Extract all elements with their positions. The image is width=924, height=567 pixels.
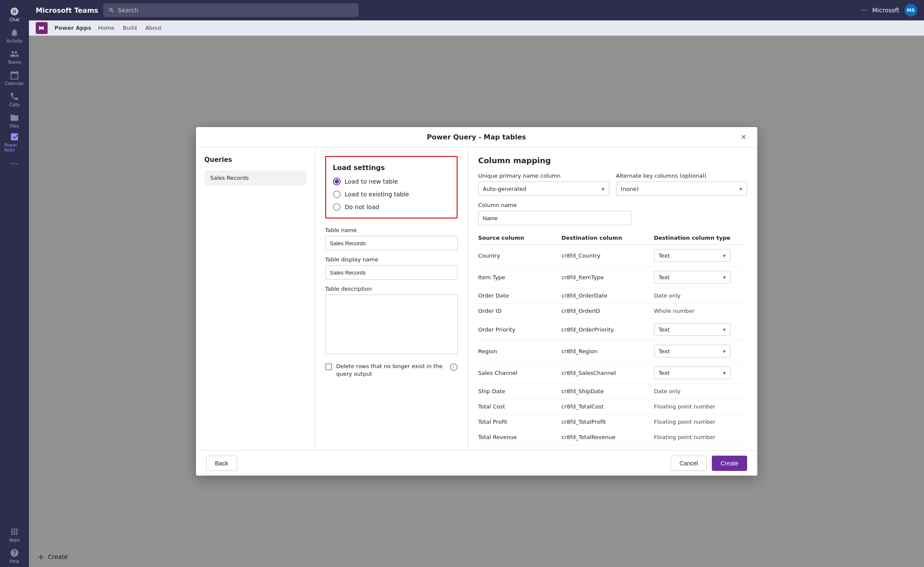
powerapps-nav: Home Build About [98,25,162,31]
back-button[interactable]: Back [206,456,237,471]
source-col-cell: Order ID [478,303,562,319]
radio-do-not-load[interactable]: Do not load [333,203,450,211]
type-select-dropdown[interactable]: Text▾ [654,366,731,379]
column-mapping-title: Column mapping [478,156,747,165]
alternate-key-label: Alternate key columns (optional) [616,173,747,179]
chevron-down-icon: ▾ [602,186,605,192]
table-row: Unit Costcr8fd_UnitCostFloating point nu… [478,445,747,451]
table-row: Countrycr8fd_CountryText▾ [478,245,747,266]
source-col-cell: Total Cost [478,399,562,414]
dest-col-cell: cr8fd_ShipDate [561,384,654,399]
radio-new-table[interactable]: Load to new table [333,178,450,185]
source-col-cell: Total Profit [478,414,562,430]
dest-type-cell: Floating point number [654,414,747,430]
column-name-group: Column name [478,202,747,225]
activity-label: Activity [6,39,22,43]
table-row: Total Costcr8fd_TotalCostFloating point … [478,399,747,414]
dest-type-cell: Floating point number [654,430,747,445]
type-select-dropdown[interactable]: Text▾ [654,323,731,336]
table-name-group: Table name [325,227,458,250]
table-row: Regioncr8fd_RegionText▾ [478,340,747,362]
unique-primary-label: Unique primary name column [478,173,609,179]
search-bar[interactable]: Search [103,3,358,17]
calendar-label: Calendar [5,81,24,86]
sidebar-dots[interactable]: ··· [4,153,25,173]
source-col-cell: Unit Cost [478,445,562,451]
teams-label: Teams [8,60,21,65]
dest-type-cell[interactable]: Text▾ [654,362,747,384]
alternate-key-select[interactable]: (none) ▾ [616,181,747,196]
radio-new-table-label: Load to new table [345,178,398,185]
nav-about[interactable]: About [145,25,162,31]
table-row: Order Prioritycr8fd_OrderPriorityText▾ [478,319,747,340]
dest-col-cell: cr8fd_UnitCost [561,445,654,451]
search-placeholder: Search [118,7,138,14]
delete-rows-checkbox[interactable] [325,363,332,370]
modal: Power Query - Map tables ✕ Queries Sales… [196,127,757,476]
source-col-cell: Order Priority [478,319,562,340]
type-select-dropdown[interactable]: Text▾ [654,271,731,284]
powerapps-strip: Power Apps Home Build About [29,20,924,36]
table-name-input[interactable] [325,236,458,250]
sidebar-item-apps[interactable]: Apps [4,524,25,545]
column-name-input[interactable] [478,211,631,225]
powerapps-logo [36,22,48,34]
source-col-cell: Country [478,245,562,266]
table-row: Order IDcr8fd_OrderIDWhole number [478,303,747,319]
column-mapping-table: Source column Destination column Destina… [478,231,747,450]
teams-topbar: Microsoft Teams Search ··· Microsoft MS [29,0,924,20]
chevron-down-icon-alt: ▾ [739,186,742,192]
close-button[interactable]: ✕ [737,130,751,144]
more-options-icon[interactable]: ··· [861,6,867,14]
files-label: Files [10,124,19,128]
dest-col-cell: cr8fd_TotalRevenue [561,430,654,445]
nav-build[interactable]: Build [123,25,137,31]
query-item[interactable]: Sales Records [205,170,306,185]
info-icon[interactable]: i [450,363,458,371]
dest-col-cell: cr8fd_OrderDate [561,288,654,303]
type-select-dropdown[interactable]: Text▾ [654,345,731,357]
radio-do-not-load-label: Do not load [345,204,379,210]
dest-col-cell: cr8fd_TotalProfit [561,414,654,430]
sidebar-item-powerapps[interactable]: Power Apps [4,132,25,152]
sidebar-item-help[interactable]: Help [4,546,25,566]
modal-header: Power Query - Map tables ✕ [196,127,757,147]
apps-label: Apps [9,538,20,542]
footer-right: Cancel Create [671,456,747,471]
sidebar-item-teams[interactable]: Teams [4,47,25,67]
powerapps-app-name: Power Apps [54,25,91,31]
sidebar-item-calendar[interactable]: Calendar [4,68,25,88]
sidebar-item-chat[interactable]: Chat [4,4,25,25]
dest-type-cell: Whole number [654,303,747,319]
primary-key-row: Unique primary name column Auto-generate… [478,173,747,196]
source-col-header: Source column [478,231,562,245]
dest-type-cell[interactable]: Text▾ [654,319,747,340]
dest-type-cell: Date only [654,288,747,303]
user-area: ··· Microsoft MS [861,4,917,17]
radio-existing-table-indicator [333,190,341,198]
cancel-button[interactable]: Cancel [671,456,707,471]
source-col-cell: Item Type [478,266,562,288]
create-button[interactable]: Create [712,456,747,471]
nav-home[interactable]: Home [98,25,114,31]
table-description-input[interactable] [325,295,458,354]
sidebar-item-files[interactable]: Files [4,111,25,131]
table-row: Ship Datecr8fd_ShipDateDate only [478,384,747,399]
sidebar-item-activity[interactable]: Activity [4,26,25,46]
column-mapping-panel: Column mapping Unique primary name colum… [468,147,757,450]
type-select-dropdown[interactable]: Text▾ [654,249,731,262]
unique-primary-select[interactable]: Auto-generated ▾ [478,181,609,196]
dest-type-cell[interactable]: Text▾ [654,245,747,266]
radio-existing-table[interactable]: Load to existing table [333,190,450,198]
unique-primary-field: Unique primary name column Auto-generate… [478,173,609,196]
dest-type-cell: Floating point number [654,445,747,451]
dest-type-cell[interactable]: Text▾ [654,340,747,362]
table-name-label: Table name [325,227,458,233]
delete-rows-label: Delete rows that no longer exist in the … [336,363,446,378]
load-settings-box: Load settings Load to new table Load to … [325,156,458,218]
sidebar-item-calls[interactable]: Calls [4,89,25,110]
dest-type-cell: Date only [654,384,747,399]
dest-type-cell[interactable]: Text▾ [654,266,747,288]
dest-col-header: Destination column [561,231,654,245]
table-display-name-input[interactable] [325,265,458,280]
